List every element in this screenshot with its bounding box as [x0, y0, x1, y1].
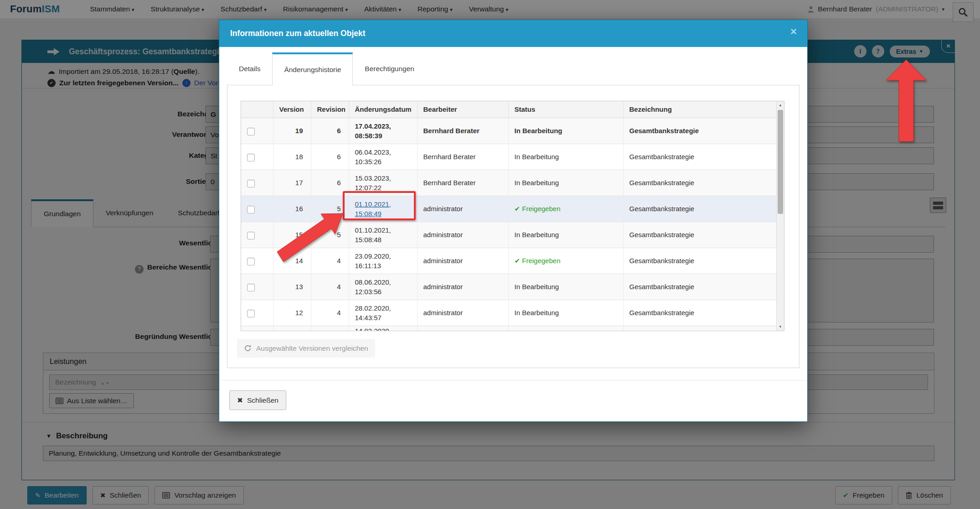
- date-text: 15.03.2023,12:07:22: [355, 174, 391, 192]
- row-checkbox[interactable]: [247, 154, 255, 161]
- cell-version: 12: [273, 300, 311, 326]
- cell-checkbox: [241, 222, 273, 248]
- col-revision: Revision: [311, 101, 349, 118]
- cell-bezeichnung: Gesamtbankstrategie: [623, 170, 777, 196]
- cell-date: 17.04.2023,08:58:39: [349, 118, 417, 144]
- version-date-link[interactable]: 01.10.2021,15:08:49: [355, 200, 391, 218]
- cell-version: [273, 326, 311, 331]
- tab-aenderungshistorie[interactable]: Änderungshistorie: [272, 52, 353, 86]
- history-row-12: 12428.02.2020,14:43:57administratorIn Be…: [241, 300, 777, 326]
- date-text: 06.04.2023,10:35:26: [355, 148, 391, 166]
- divider: [219, 380, 807, 380]
- cell-bezeichnung: Gesamtbankstrategie: [623, 196, 777, 222]
- date-text: 14.02.2020: [355, 327, 389, 332]
- history-header-row: Version Revision Änderungsdatum Bearbeit…: [241, 101, 777, 118]
- cell-bearbeiter: administrator: [417, 196, 508, 222]
- cell-checkbox: [241, 326, 273, 331]
- row-checkbox[interactable]: [247, 128, 255, 135]
- row-checkbox[interactable]: [247, 232, 255, 239]
- cell-bezeichnung: Gesamtbankstrategie: [623, 248, 777, 274]
- date-text: 08.06.2020,12:03:56: [355, 278, 391, 296]
- cell-date: 01.10.2021,15:08:49: [349, 196, 417, 222]
- history-table-container: Version Revision Änderungsdatum Bearbeit…: [241, 101, 784, 331]
- cell-date: 14.02.2020: [349, 326, 417, 331]
- cell-checkbox: [241, 170, 273, 196]
- history-row-15: 15501.10.2021,15:08:48administratorIn Be…: [241, 222, 777, 248]
- cell-checkbox: [241, 196, 273, 222]
- col-status: Status: [508, 101, 623, 118]
- cell-status: In Bearbeitung: [508, 170, 623, 196]
- cell-date: 01.10.2021,15:08:48: [349, 222, 417, 248]
- modal-tabs: Details Änderungshistorie Berechtigungen: [227, 52, 426, 85]
- scroll-up-icon[interactable]: ▲: [777, 103, 784, 107]
- date-text: 01.10.2021,15:08:48: [355, 226, 391, 244]
- refresh-icon: [244, 344, 252, 352]
- cell-version: 18: [273, 144, 311, 170]
- cell-revision: [311, 326, 349, 331]
- cell-revision: 5: [311, 222, 349, 248]
- cell-status: In Bearbeitung: [508, 274, 623, 300]
- object-info-modal: Informationen zum aktuellen Objekt ✕ Det…: [219, 20, 808, 422]
- cell-version: 16: [273, 196, 311, 222]
- cell-bezeichnung: Gesamtbankstrategie: [623, 144, 777, 170]
- col-checkbox: [241, 101, 273, 118]
- cell-bearbeiter: Bernhard Berater: [417, 118, 508, 144]
- cell-revision: 6: [311, 144, 349, 170]
- cell-version: 15: [273, 222, 311, 248]
- table-scrollbar[interactable]: ▲ ▼: [776, 101, 784, 331]
- history-row-18: 18606.04.2023,10:35:26Bernhard BeraterIn…: [241, 144, 777, 170]
- cell-status: In Bearbeitung: [508, 144, 623, 170]
- date-text: 28.02.2020,14:43:57: [355, 304, 391, 322]
- cell-checkbox: [241, 274, 273, 300]
- cell-revision: 4: [311, 300, 349, 326]
- scroll-down-icon[interactable]: ▼: [777, 325, 784, 329]
- close-icon: ✖: [237, 396, 243, 405]
- cell-revision: 4: [311, 274, 349, 300]
- col-bezeichnung: Bezeichnung: [623, 101, 777, 118]
- cell-bezeichnung: [623, 326, 777, 331]
- date-text: 17.04.2023,08:58:39: [355, 122, 391, 140]
- compare-versions-button[interactable]: Ausgewählte Versionen vergleichen: [237, 339, 375, 358]
- cell-bearbeiter: administrator: [417, 274, 508, 300]
- cell-status: In Bearbeitung: [508, 300, 623, 326]
- modal-close-icon[interactable]: ✕: [790, 27, 797, 36]
- cell-checkbox: [241, 300, 273, 326]
- cell-bearbeiter: administrator: [417, 248, 508, 274]
- cell-bearbeiter: Bernhard Berater: [417, 144, 508, 170]
- history-tab-panel: Version Revision Änderungsdatum Bearbeit…: [227, 85, 799, 368]
- cell-date: 15.03.2023,12:07:22: [349, 170, 417, 196]
- history-row-13: 13408.06.2020,12:03:56administratorIn Be…: [241, 274, 777, 300]
- row-checkbox[interactable]: [247, 284, 255, 291]
- cell-bezeichnung: Gesamtbankstrategie: [623, 222, 777, 248]
- cell-date: 28.02.2020,14:43:57: [349, 300, 417, 326]
- cell-revision: 6: [311, 170, 349, 196]
- row-checkbox[interactable]: [247, 180, 255, 187]
- col-aenderungsdatum: Änderungsdatum: [349, 101, 417, 118]
- history-table: Version Revision Änderungsdatum Bearbeit…: [241, 101, 777, 331]
- cell-status: ✔ Freigegeben: [508, 196, 623, 222]
- row-checkbox[interactable]: [247, 258, 255, 265]
- cell-date: 06.04.2023,10:35:26: [349, 144, 417, 170]
- history-row-14: 14423.09.2020,16:11:13administrator✔ Fre…: [241, 248, 777, 274]
- tab-berechtigungen[interactable]: Berechtigungen: [353, 52, 426, 85]
- cell-bearbeiter: Bernhard Berater: [417, 170, 508, 196]
- cell-date: 23.09.2020,16:11:13: [349, 248, 417, 274]
- modal-schliessen-button[interactable]: ✖Schließen: [229, 390, 286, 410]
- cell-checkbox: [241, 118, 273, 144]
- cell-date: 08.06.2020,12:03:56: [349, 274, 417, 300]
- col-version: Version: [273, 101, 311, 118]
- history-row-17: 17615.03.2023,12:07:22Bernhard BeraterIn…: [241, 170, 777, 196]
- cell-checkbox: [241, 248, 273, 274]
- cell-revision: 5: [311, 196, 349, 222]
- row-checkbox[interactable]: [247, 310, 255, 317]
- col-bearbeiter: Bearbeiter: [417, 101, 508, 118]
- tab-details[interactable]: Details: [227, 52, 272, 85]
- scrollbar-thumb[interactable]: [778, 110, 783, 214]
- cell-status: ✔ Freigegeben: [508, 248, 623, 274]
- cell-revision: 4: [311, 248, 349, 274]
- cell-bezeichnung: Gesamtbankstrategie: [623, 274, 777, 300]
- cell-bearbeiter: administrator: [417, 222, 508, 248]
- row-checkbox[interactable]: [247, 206, 255, 213]
- cell-bezeichnung: Gesamtbankstrategie: [623, 118, 777, 144]
- cell-checkbox: [241, 144, 273, 170]
